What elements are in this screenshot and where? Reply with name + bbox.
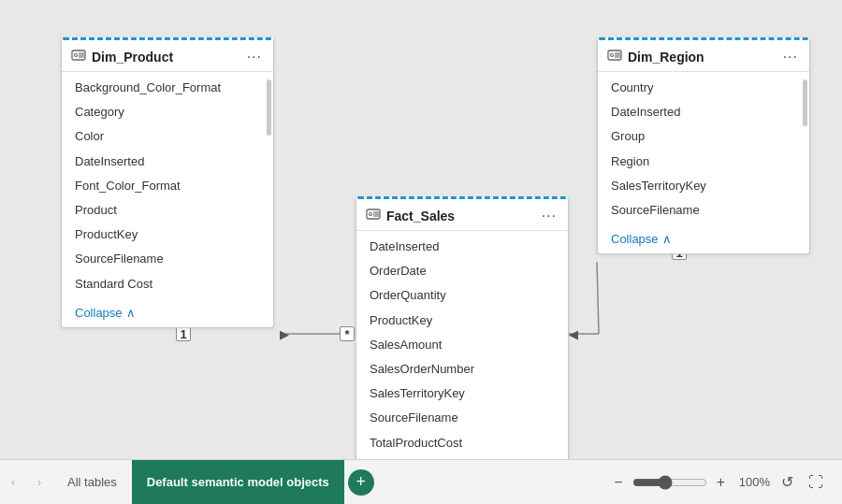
dr-field-1: DateInserted xyxy=(598,100,809,124)
fact-sales-header: Fact_Sales ··· xyxy=(356,199,568,231)
field-productkey: ProductKey xyxy=(62,223,273,247)
connector-fs-left-star: * xyxy=(340,326,355,341)
fs-field-2: OrderQuantity xyxy=(356,283,568,308)
fs-field-8: TotalProductCost xyxy=(356,431,568,455)
dim-region-header: Dim_Region ··· xyxy=(598,40,809,72)
field-bg-color: Background_Color_Format xyxy=(62,76,273,100)
dr-field-0: Country xyxy=(598,76,809,100)
svg-point-14 xyxy=(611,54,614,57)
fs-field-4: SalesAmount xyxy=(356,333,568,357)
dim-product-title: Dim_Product xyxy=(92,50,173,65)
dim-region-title-area: Dim_Region xyxy=(607,48,704,65)
dim-product-title-area: Dim_Product xyxy=(71,48,173,65)
zoom-slider[interactable] xyxy=(632,475,707,490)
fact-sales-title-area: Fact_Sales xyxy=(366,207,455,224)
fs-field-6: SalesTerritoryKey xyxy=(356,382,568,406)
fs-field-1: OrderDate xyxy=(356,259,568,283)
field-color: Color xyxy=(62,124,273,149)
zoom-minus-btn[interactable]: − xyxy=(612,474,624,491)
bottom-bar: ‹ › All tables Default semantic model ob… xyxy=(0,459,842,504)
dim-region-icon xyxy=(607,48,622,65)
fs-field-3: ProductKey xyxy=(356,309,568,333)
field-sourcefilename: SourceFilename xyxy=(62,247,273,271)
field-font-color: Font_Color_Format xyxy=(62,174,273,198)
svg-point-4 xyxy=(75,54,78,57)
dim-region-fields: Country DateInserted Group Region SalesT… xyxy=(598,72,809,226)
fs-field-7: SourceFilename xyxy=(356,406,568,430)
dr-field-3: Region xyxy=(598,150,809,174)
dim-region-scrollbar[interactable] xyxy=(803,79,807,126)
dr-field-2: Group xyxy=(598,124,809,149)
dim-product-icon xyxy=(71,48,86,65)
dim-region-card: Dim_Region ··· Country DateInserted Grou… xyxy=(597,37,810,254)
collapse-chevron-up-icon: ∧ xyxy=(126,306,136,320)
dim-product-collapse[interactable]: Collapse ∧ xyxy=(62,300,273,327)
field-standard-cost: Standard Cost xyxy=(62,272,273,296)
dim-product-fields: Background_Color_Format Category Color D… xyxy=(62,72,273,300)
dim-product-scrollbar[interactable] xyxy=(267,79,271,136)
zoom-area: − + 100% ↺ ⛶ xyxy=(612,473,842,491)
fact-sales-icon xyxy=(366,207,381,224)
fact-sales-card: Fact_Sales ··· DateInserted OrderDate Or… xyxy=(356,196,569,487)
nav-prev-btn[interactable]: ‹ xyxy=(2,471,24,494)
field-dateinserted: DateInserted xyxy=(62,150,273,174)
fact-sales-menu-btn[interactable]: ··· xyxy=(540,208,559,224)
fit-view-btn[interactable]: ⛶ xyxy=(805,474,827,491)
fs-field-0: DateInserted xyxy=(356,235,568,259)
dim-product-menu-btn[interactable]: ··· xyxy=(245,49,264,65)
connector-dp-arrow: ▶ xyxy=(277,326,292,341)
tab-default-semantic[interactable]: Default semantic model objects xyxy=(132,460,344,505)
refresh-btn[interactable]: ↺ xyxy=(777,473,797,491)
dim-region-title: Dim_Region xyxy=(628,50,704,65)
connector-dp-1: 1 xyxy=(176,326,191,341)
zoom-level-display: 100% xyxy=(734,475,770,489)
add-tab-btn[interactable]: + xyxy=(348,469,374,496)
nav-next-btn[interactable]: › xyxy=(28,471,51,494)
dim-region-collapse-chevron-up-icon: ∧ xyxy=(662,232,672,246)
zoom-plus-btn[interactable]: + xyxy=(715,474,727,491)
dr-field-5: SourceFilename xyxy=(598,198,809,223)
svg-point-9 xyxy=(370,213,372,216)
fact-sales-title: Fact_Sales xyxy=(386,209,455,223)
dim-region-collapse[interactable]: Collapse ∧ xyxy=(598,226,809,253)
fs-field-5: SalesOrderNumber xyxy=(356,357,568,382)
tab-all-tables[interactable]: All tables xyxy=(52,460,132,505)
dr-field-4: SalesTerritoryKey xyxy=(598,174,809,198)
dim-product-card: Dim_Product ··· Background_Color_Format … xyxy=(61,37,274,328)
dim-product-header: Dim_Product ··· xyxy=(62,40,273,72)
field-category: Category xyxy=(62,100,273,124)
fact-sales-fields: DateInserted OrderDate OrderQuantity Pro… xyxy=(356,231,568,459)
canvas: 1 ▶ * 1 * ◀ Dim_Product ··· xyxy=(0,0,842,459)
svg-line-1 xyxy=(597,262,599,334)
dim-region-menu-btn[interactable]: ··· xyxy=(781,49,800,65)
field-product: Product xyxy=(62,198,273,223)
